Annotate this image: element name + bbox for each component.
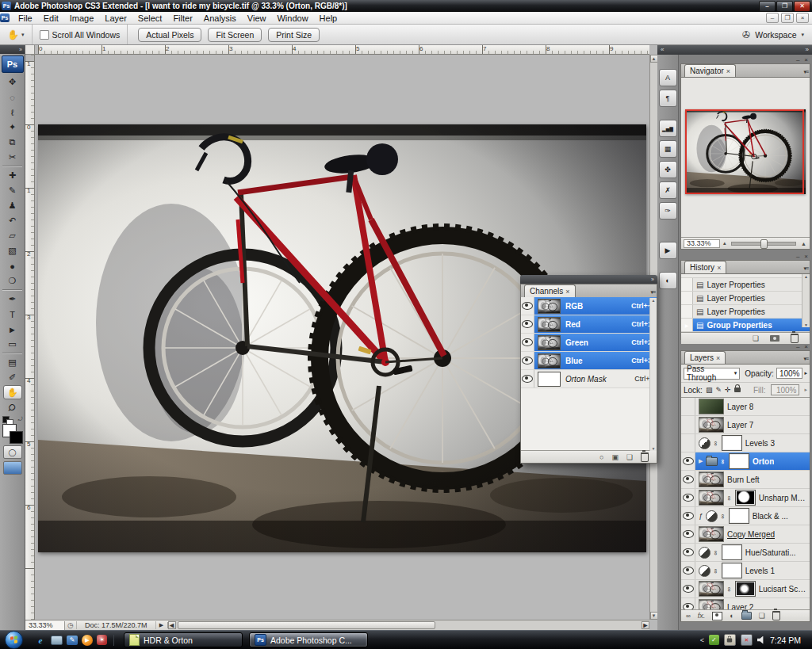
visibility-toggle[interactable]: [521, 370, 534, 387]
info-panel-icon[interactable]: ▦: [659, 140, 677, 158]
move-tool[interactable]: ✥: [3, 74, 22, 90]
link-layers-icon[interactable]: ∞: [686, 613, 691, 620]
tab-history[interactable]: History ×: [684, 261, 726, 273]
channel-row[interactable]: Orton Mask Ctrl+\: [521, 370, 657, 388]
hand-tool[interactable]: ✋: [3, 385, 22, 399]
channels-panel[interactable]: » Channels × ▾≡ RGB Ctrl+~ Red Ctrl+1 Gr…: [520, 275, 657, 464]
visibility-toggle[interactable]: [681, 562, 695, 579]
tab-channels[interactable]: Channels ×: [524, 284, 576, 297]
tab-close-icon[interactable]: ×: [726, 67, 730, 75]
save-selection-icon[interactable]: ▣: [611, 453, 619, 461]
navigator-zoom-field[interactable]: 33.33%: [684, 239, 720, 248]
screen-mode-button[interactable]: [3, 461, 22, 475]
vertical-ruler[interactable]: 1 0 1 2 3 4 5 6: [25, 55, 35, 620]
eraser-tool[interactable]: ▱: [3, 228, 22, 243]
menu-help[interactable]: Help: [314, 12, 343, 25]
layer-mask-thumbnail[interactable]: [729, 508, 749, 524]
layer-row[interactable]: Layer 8: [681, 398, 810, 416]
panel-menu-icon[interactable]: ▾≡: [650, 289, 655, 296]
history-brush-tool[interactable]: ↶: [3, 213, 22, 228]
visibility-toggle[interactable]: [681, 544, 695, 561]
history-state[interactable]: ▤ Layer Properties: [681, 278, 810, 292]
paragraph-panel-icon[interactable]: ¶: [659, 90, 677, 107]
layer-name[interactable]: Copy Merged: [727, 530, 775, 539]
visibility-toggle[interactable]: [681, 398, 695, 415]
layer-row[interactable]: ∞ Unsharp Mask: [681, 489, 810, 507]
layer-row[interactable]: Copy Merged: [681, 525, 810, 544]
visibility-toggle[interactable]: [681, 489, 695, 506]
print-size-button[interactable]: Print Size: [268, 28, 320, 42]
visibility-toggle[interactable]: [521, 297, 534, 315]
visibility-toggle[interactable]: [681, 471, 695, 488]
ps-logo-button[interactable]: Ps: [2, 55, 24, 73]
clone-stamp-tool[interactable]: ♟: [3, 198, 22, 213]
brushes-panel-icon[interactable]: ✑: [659, 202, 677, 220]
scroll-left-arrow[interactable]: ◄: [168, 621, 176, 629]
background-color-swatch[interactable]: [10, 431, 23, 444]
layer-thumbnail[interactable]: [699, 399, 724, 414]
visibility-toggle[interactable]: [521, 315, 534, 333]
fill-field[interactable]: 100%: [771, 384, 799, 395]
workspace-label[interactable]: Workspace: [755, 30, 796, 40]
horizontal-scrollbar[interactable]: ◄ ►: [168, 620, 649, 630]
menu-edit[interactable]: Edit: [38, 12, 64, 25]
layer-name[interactable]: Layer 7: [727, 421, 753, 429]
layer-name[interactable]: Lucisart Scul...: [759, 585, 810, 594]
bridge-icon[interactable]: ✇: [742, 29, 750, 40]
task-button-photoshop[interactable]: Ps Adobe Photoshop C...: [249, 632, 368, 647]
visibility-toggle[interactable]: [681, 580, 695, 597]
tool-preset-dropdown[interactable]: ▾: [21, 32, 25, 38]
lock-all-icon[interactable]: [734, 387, 741, 392]
layer-thumbnail[interactable]: [699, 581, 724, 597]
blend-mode-select[interactable]: Pass Through ▾: [684, 368, 740, 380]
character-panel-icon[interactable]: A: [659, 69, 677, 86]
layer-thumbnail[interactable]: [699, 471, 724, 487]
history-source-cell[interactable]: [681, 278, 693, 291]
toolbox-collapse-button[interactable]: »: [0, 45, 25, 54]
messenger-icon[interactable]: ✶: [97, 635, 107, 645]
gradient-tool[interactable]: ▧: [3, 243, 22, 258]
tab-layers[interactable]: Layers ×: [684, 351, 726, 364]
zoom-in-icon[interactable]: ▲: [801, 241, 806, 246]
layer-mask-thumbnail[interactable]: [729, 453, 749, 469]
delete-layer-icon[interactable]: [772, 611, 780, 620]
histogram-panel-icon[interactable]: ▂▅▇: [659, 120, 677, 137]
layer-style-icon[interactable]: fx.: [698, 612, 706, 620]
adjustment-layer-button[interactable]: ◐: [730, 612, 733, 620]
brush-tool[interactable]: ✎: [3, 183, 22, 198]
layer-name[interactable]: Burn Left: [727, 475, 760, 484]
healing-brush-tool[interactable]: ✚: [3, 168, 22, 183]
history-source-cell[interactable]: [681, 292, 693, 304]
lock-transparency-icon[interactable]: ▨: [706, 386, 713, 394]
tab-close-icon[interactable]: ×: [716, 354, 720, 362]
shape-tool[interactable]: ▭: [3, 337, 22, 352]
layer-name[interactable]: Orton: [753, 457, 774, 466]
lock-paint-icon[interactable]: ✎: [715, 386, 722, 394]
history-state[interactable]: ▤ Layer Properties: [681, 292, 810, 305]
scroll-up-arrow[interactable]: ▲: [804, 274, 808, 279]
lasso-tool[interactable]: ℓ: [3, 105, 22, 120]
lock-position-icon[interactable]: ✛: [725, 386, 731, 394]
dock-collapse-right-button[interactable]: »: [806, 45, 809, 55]
menu-analysis[interactable]: Analysis: [198, 12, 242, 25]
panel-minimize-button[interactable]: –: [796, 56, 799, 63]
panel-close-button[interactable]: ×: [804, 56, 808, 63]
slider-knob[interactable]: [760, 239, 768, 249]
path-selection-tool[interactable]: ►: [3, 322, 22, 337]
eyedropper-tool[interactable]: ✐: [3, 370, 22, 385]
menu-filter[interactable]: Filter: [167, 12, 197, 25]
layer-thumbnail[interactable]: [699, 490, 724, 506]
layer-row[interactable]: ∞ Levels 1: [681, 562, 810, 580]
scroll-all-windows-checkbox[interactable]: [40, 30, 49, 40]
opacity-spinner[interactable]: ▸: [804, 370, 807, 376]
volume-icon[interactable]: [757, 636, 765, 644]
tray-expand-icon[interactable]: <: [700, 636, 704, 644]
pen-tool[interactable]: ✒: [3, 292, 22, 307]
visibility-toggle[interactable]: [681, 452, 695, 470]
layer-thumbnail[interactable]: [699, 417, 724, 433]
layer-row[interactable]: Burn Left: [681, 471, 810, 489]
scroll-right-arrow[interactable]: ►: [642, 621, 649, 629]
quick-mask-button[interactable]: ◯: [3, 445, 22, 459]
panel-menu-icon[interactable]: ▾≡: [803, 356, 808, 362]
layer-row[interactable]: ∞ Levels 3: [681, 434, 810, 452]
